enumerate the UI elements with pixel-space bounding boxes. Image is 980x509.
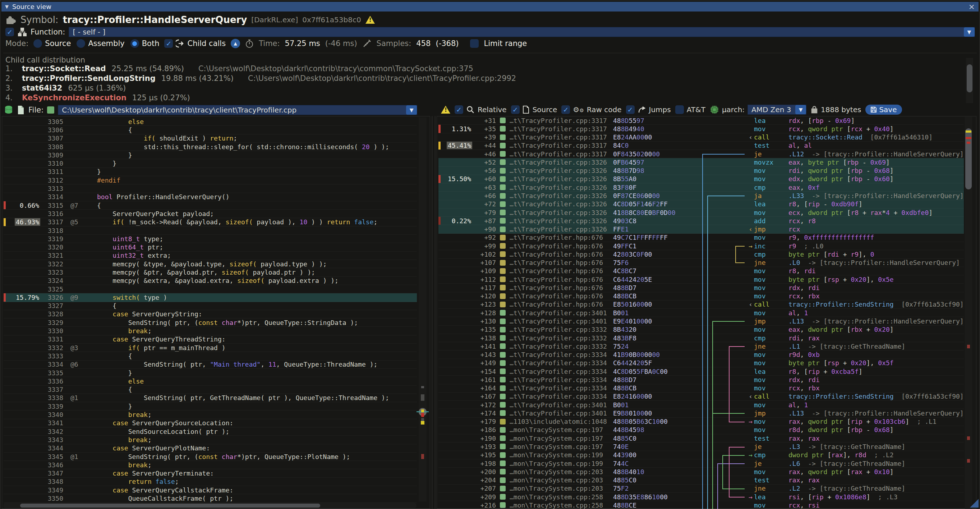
line-number[interactable]: 3334 <box>40 361 63 368</box>
asm-instruction-row[interactable]: +174…t\TracyProfiler.cpp:3401E9B8010000j… <box>438 409 964 417</box>
source-line-row[interactable]: 3343 break; <box>3 436 417 444</box>
source-line-row[interactable]: 3310 } <box>3 159 417 167</box>
line-number[interactable]: 3315 <box>40 202 63 209</box>
instr-source-location[interactable]: …t\TracyProfiler.cpp:3326 <box>509 184 613 191</box>
instr-source-location[interactable]: …t\TracyProfiler.cpp:3326 <box>509 225 613 233</box>
child-call-row[interactable]: 4.KeSynchronizeExecution125 μs (0.27%) <box>5 94 972 103</box>
radio-icon[interactable] <box>33 39 42 48</box>
line-number[interactable]: 3341 <box>40 419 63 427</box>
asm-instruction-row[interactable]: +56…t\TracyProfiler.cpp:3326488B7D98movr… <box>438 167 964 175</box>
source-line-row[interactable]: 3328 case ServerQueryString: <box>3 310 417 318</box>
source-line-row[interactable]: 3331 case ServerQueryThreadString: <box>3 336 417 344</box>
asm-instruction-row[interactable]: +92…t\TracyProfiler.hpp:67649C7C1FFFFFFF… <box>438 234 964 242</box>
instr-source-location[interactable]: …mon\TracySystem.cpp:203 <box>509 485 613 492</box>
source-line-row[interactable]: 3346 break; <box>3 461 417 469</box>
line-number[interactable]: 3331 <box>40 336 63 343</box>
line-number[interactable]: 3329 <box>40 319 63 326</box>
source-line-row[interactable]: 3329 SendString( ptr, (const char*)ptr, … <box>3 318 417 327</box>
instr-source-location[interactable]: …t\TracyProfiler.cpp:3317 <box>509 125 613 133</box>
source-line-row[interactable]: 3330 break; <box>3 327 417 335</box>
instr-source-location[interactable]: …t\TracyProfiler.cpp:3317 <box>509 134 613 141</box>
asm-instruction-row[interactable]: +193…mon\TracySystem.cpp:197740Eje.L3 ->… <box>438 442 964 451</box>
instr-source-location[interactable]: …t\TracyProfiler.cpp:3401 <box>509 401 613 409</box>
asm-instruction-row[interactable]: +154…t\TracyProfiler.cpp:33344C8D055FBA0… <box>438 367 964 375</box>
instr-source-location[interactable]: …t\TracyProfiler.hpp:676 <box>509 276 613 283</box>
asm-instruction-row[interactable]: +63…t\TracyProfiler.cpp:332683F80Fcmpeax… <box>438 183 964 192</box>
source-line-row[interactable]: 3318 <box>3 226 417 235</box>
relative-toggle[interactable]: Relative <box>455 105 507 114</box>
radio-icon[interactable] <box>76 39 85 48</box>
asm-instruction-row[interactable]: +172…t\TracyProfiler.cpp:3401B001moval, … <box>438 401 964 409</box>
instr-source-location[interactable]: …mon\TracySystem.cpp:258 <box>509 493 613 501</box>
source-checkbox[interactable] <box>511 105 520 114</box>
instr-source-location[interactable]: …t\TracyProfiler.cpp:3334 <box>509 359 613 367</box>
instr-source-location[interactable]: …t\TracyProfiler.cpp:3334 <box>509 351 613 358</box>
chevron-down-icon[interactable]: ▼ <box>964 27 975 37</box>
asm-instruction-row[interactable]: +186…mon\TracySystem.cpp:197448B4598movr… <box>438 426 964 434</box>
source-line-row[interactable]: 3336 else <box>3 377 417 385</box>
source-line-row[interactable]: 3305 else <box>3 118 417 126</box>
asm-instruction-row[interactable]: 0.22%+87…t\TracyProfiler.cpp:33264903C8a… <box>438 217 964 225</box>
asm-instruction-row[interactable]: +141…t\TracyProfiler.cpp:33327524jne.L1 … <box>438 342 964 350</box>
instr-source-location[interactable]: …t\TracyProfiler.cpp:3401 <box>509 409 613 417</box>
source-line-row[interactable]: 3316 ServerQueryPacket payload; <box>3 210 417 218</box>
instr-source-location[interactable]: …t\TracyProfiler.cpp:3332 <box>509 334 613 342</box>
source-line-row[interactable]: 3311} <box>3 168 417 176</box>
line-number[interactable]: 3314 <box>40 193 63 200</box>
source-line-row[interactable]: 3314bool Profiler::HandleServerQuery() <box>3 193 417 201</box>
child-calls-checkbox[interactable] <box>164 39 173 48</box>
instr-source-location[interactable]: …t\TracyProfiler.cpp:3332 <box>509 326 613 333</box>
line-number[interactable]: 3339 <box>40 402 63 410</box>
asm-instruction-row[interactable]: +209…mon\TracySystem.cpp:258488D35E88610… <box>438 493 964 501</box>
source-line-row[interactable]: 3320 uint64_t ptr; <box>3 243 417 251</box>
att-checkbox[interactable] <box>675 105 684 114</box>
child-calls-toggle[interactable]: Child calls <box>164 39 226 48</box>
instr-source-location[interactable]: …mon\TracySystem.cpp:199 <box>509 460 613 467</box>
source-line-row[interactable]: 3319 uint8_t type; <box>3 235 417 243</box>
asm-instruction-row[interactable]: +204…mon\TracySystem.cpp:2034885C0testra… <box>438 476 964 484</box>
instr-source-location[interactable]: …t\TracyProfiler.hpp:676 <box>509 301 613 308</box>
source-line-row[interactable]: 3313 <box>3 185 417 192</box>
instr-source-location[interactable]: …t\TracyProfiler.hpp:676 <box>509 251 613 258</box>
source-line-row[interactable]: 3309 } <box>3 151 417 159</box>
chevron-down-icon[interactable]: ▼ <box>406 105 417 115</box>
line-number[interactable]: 3340 <box>40 411 63 418</box>
line-number[interactable]: 3328 <box>40 310 63 318</box>
asm-instruction-row[interactable]: +107…t\TracyProfiler.hpp:67675F6jne.L0 -… <box>438 259 964 267</box>
asm-instruction-row[interactable]: +112…t\TracyProfiler.hpp:676C64424205Emo… <box>438 275 964 284</box>
source-toggle[interactable]: Source <box>511 105 557 114</box>
source-line-row[interactable]: 46.93%3317@5 if( !m_sock->Read( &payload… <box>3 218 417 226</box>
source-line-row[interactable]: 3348 return false; <box>3 478 417 486</box>
asm-instruction-row[interactable]: +200…mon\TracySystem.cpp:203488B4010movr… <box>438 468 964 476</box>
mode-option-source[interactable]: Source <box>33 39 71 48</box>
source-line-row[interactable]: 3340 break; <box>3 410 417 419</box>
source-line-row[interactable]: 3349 case ServerQueryCallstackFrame: <box>3 486 417 494</box>
asm-instruction-row[interactable]: +198…mon\TracySystem.cpp:199744Cje.L6 ->… <box>438 460 964 468</box>
file-combo[interactable]: C:\Users\wolf\Desktop\darkrl\contrib\tra… <box>58 105 417 115</box>
jumps-toggle[interactable]: Jumps <box>626 105 671 114</box>
line-number[interactable]: 3343 <box>40 436 63 444</box>
title-bar[interactable]: ▼ Source view × <box>2 2 978 11</box>
asm-instruction-row[interactable]: +120…t\TracyProfiler.hpp:676488BCBmovrcx… <box>438 292 964 301</box>
line-number[interactable]: 3325 <box>40 285 63 293</box>
asm-instruction-row[interactable]: +128…t\TracyProfiler.cpp:3401B001moval, … <box>438 309 964 317</box>
instr-source-location[interactable]: …mon\TracySystem.cpp:199 <box>509 451 613 459</box>
line-number[interactable]: 3320 <box>40 243 63 251</box>
att-toggle[interactable]: AT&T <box>675 105 705 114</box>
source-line-row[interactable]: 3332@3 if( ptr == m_mainThread ) <box>3 344 417 352</box>
source-line-row[interactable]: 3334@6 SendString( ptr, "Main thread", 1… <box>3 361 417 369</box>
asm-instruction-row[interactable]: +179…1103\include\atomic:1048488B05B63C1… <box>438 418 964 426</box>
instr-source-location[interactable]: …t\TracyProfiler.cpp:3317 <box>509 150 613 158</box>
line-number[interactable]: 3327 <box>40 302 63 310</box>
source-line-row[interactable]: 3341 case ServerQuerySourceLocation: <box>3 419 417 428</box>
line-number[interactable]: 3321 <box>40 251 63 259</box>
source-line-row[interactable]: 3342 SendSourceLocation( ptr ); <box>3 428 417 436</box>
instr-source-location[interactable]: …t\TracyProfiler.hpp:676 <box>509 242 613 250</box>
asm-instruction-row[interactable]: +117…t\TracyProfiler.hpp:676488BD7movrdx… <box>438 284 964 292</box>
source-line-row[interactable]: 3345@1 SendString( ptr, (const char*)ptr… <box>3 453 417 461</box>
source-line-row[interactable]: 3335 } <box>3 369 417 377</box>
source-line-row[interactable]: 3306 { <box>3 126 417 134</box>
source-line-row[interactable]: 3307 if( shouldExit ) return; <box>3 134 417 143</box>
line-number[interactable]: 3308 <box>40 143 63 151</box>
line-number[interactable]: 3337 <box>40 386 63 393</box>
